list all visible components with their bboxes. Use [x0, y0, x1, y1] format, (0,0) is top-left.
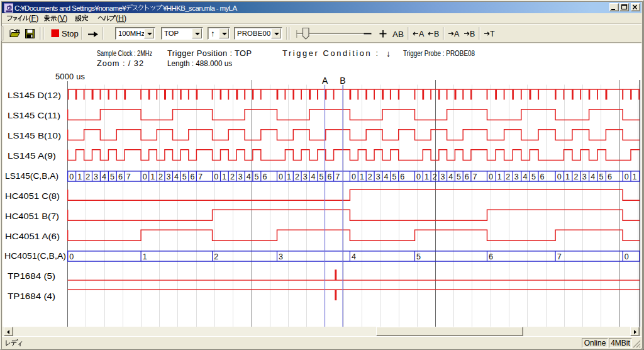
svg-text:3: 3: [238, 172, 243, 181]
svg-text:(H): (H): [116, 14, 126, 23]
svg-text:6: 6: [540, 172, 545, 181]
svg-text:HC4051 A(6): HC4051 A(6): [5, 232, 60, 241]
svg-text:Stop: Stop: [62, 29, 79, 38]
svg-text:2: 2: [214, 252, 218, 261]
svg-text:0: 0: [625, 252, 629, 261]
svg-text:1: 1: [287, 172, 291, 181]
svg-text:3: 3: [440, 172, 445, 181]
svg-text:6: 6: [262, 172, 267, 181]
svg-text:1: 1: [360, 172, 364, 181]
svg-text:1: 1: [497, 172, 502, 181]
svg-text:4: 4: [247, 172, 251, 181]
svg-text:0: 0: [557, 172, 562, 181]
svg-text:HC4051 C(8): HC4051 C(8): [5, 191, 60, 201]
svg-text:3: 3: [279, 252, 283, 261]
svg-text:0: 0: [69, 252, 74, 261]
svg-text:TP1684 (5): TP1684 (5): [8, 271, 55, 281]
svg-text:5: 5: [182, 172, 187, 181]
svg-text:1: 1: [77, 172, 82, 181]
svg-text:7: 7: [126, 172, 131, 181]
svg-text:4: 4: [384, 172, 389, 181]
svg-text:0: 0: [214, 172, 218, 181]
svg-text:5: 5: [319, 172, 324, 181]
svg-text:3: 3: [94, 172, 98, 181]
svg-text:2: 2: [86, 172, 90, 181]
svg-text:A: A: [454, 30, 460, 38]
svg-text:HC4051(C,B,A): HC4051(C,B,A): [4, 251, 66, 261]
svg-text:6: 6: [465, 172, 469, 181]
svg-text:7: 7: [335, 172, 340, 181]
svg-text:Length : 488.000 us: Length : 488.000 us: [167, 59, 232, 68]
svg-text:LS145 C(11): LS145 C(11): [8, 111, 60, 120]
svg-text:6: 6: [489, 252, 493, 261]
svg-text:3: 3: [376, 172, 380, 181]
svg-text:1: 1: [150, 172, 155, 181]
svg-text:1: 1: [425, 172, 429, 181]
svg-text:Trigger Position : TOP: Trigger Position : TOP: [167, 48, 252, 58]
svg-text:0: 0: [416, 172, 421, 181]
svg-text:2: 2: [506, 172, 510, 181]
svg-text:6: 6: [118, 172, 123, 181]
svg-text:2: 2: [368, 172, 372, 181]
svg-text:2: 2: [433, 172, 437, 181]
svg-text:Zoom : / 32: Zoom : / 32: [97, 59, 143, 68]
svg-text:5: 5: [255, 172, 259, 181]
svg-text:7: 7: [198, 172, 203, 181]
svg-text:LS145 B(10): LS145 B(10): [8, 131, 61, 140]
svg-text:2: 2: [295, 172, 299, 181]
svg-text:4: 4: [591, 172, 595, 181]
svg-text:2: 2: [230, 172, 235, 181]
svg-text:4: 4: [311, 172, 316, 181]
svg-text:5: 5: [110, 172, 114, 181]
svg-text:B: B: [434, 30, 439, 38]
svg-text:3: 3: [582, 172, 587, 181]
svg-text:1: 1: [565, 172, 570, 181]
svg-text:2: 2: [158, 172, 163, 181]
svg-text:0: 0: [625, 172, 629, 181]
svg-text:6: 6: [608, 172, 612, 181]
svg-text:1: 1: [633, 172, 637, 181]
svg-text:Trigger Condition :: Trigger Condition :: [282, 48, 378, 58]
svg-text:1: 1: [222, 172, 226, 181]
svg-text:5: 5: [416, 252, 421, 261]
svg-text:HC4051 B(7): HC4051 B(7): [5, 212, 59, 221]
svg-text:5: 5: [599, 172, 604, 181]
svg-text:B: B: [470, 30, 475, 38]
svg-text:0: 0: [143, 172, 147, 181]
svg-text:(V): (V): [57, 14, 67, 23]
svg-text:B: B: [340, 76, 345, 86]
svg-text:7: 7: [473, 172, 477, 181]
svg-text:Sample Clock : 2MHz: Sample Clock : 2MHz: [97, 48, 152, 58]
svg-text:6: 6: [327, 172, 331, 181]
svg-text:5: 5: [457, 172, 461, 181]
svg-text:4: 4: [174, 172, 179, 181]
svg-text:6: 6: [400, 172, 404, 181]
svg-text:3: 3: [167, 172, 171, 181]
svg-text:LS145(C,B,A): LS145(C,B,A): [5, 171, 58, 181]
svg-text:0: 0: [279, 172, 283, 181]
svg-text:1: 1: [143, 252, 147, 261]
svg-text:4: 4: [352, 252, 356, 261]
svg-text:0: 0: [69, 172, 74, 181]
svg-text:5: 5: [531, 172, 536, 181]
svg-text:TP1684 (4): TP1684 (4): [8, 291, 55, 301]
svg-text:A: A: [419, 30, 425, 38]
svg-text:3: 3: [303, 172, 308, 181]
svg-text:4: 4: [102, 172, 106, 181]
svg-text:2: 2: [574, 172, 579, 181]
svg-text:↓: ↓: [386, 48, 391, 59]
svg-text:6: 6: [190, 172, 194, 181]
svg-text:A: A: [322, 76, 328, 86]
svg-text:LS145 D(12): LS145 D(12): [8, 91, 61, 100]
svg-text:0: 0: [352, 172, 356, 181]
svg-text:Trigger Probe : PROBE08: Trigger Probe : PROBE08: [403, 48, 475, 58]
svg-text:4: 4: [523, 172, 527, 181]
svg-text:T: T: [490, 30, 495, 38]
svg-text:7: 7: [557, 252, 562, 261]
svg-text:(F): (F): [29, 14, 39, 23]
svg-text:5000 us: 5000 us: [55, 72, 85, 81]
svg-text:0: 0: [489, 172, 493, 181]
svg-text:4: 4: [448, 172, 453, 181]
svg-text:AB: AB: [392, 30, 404, 39]
svg-text:LS145 A(9): LS145 A(9): [8, 151, 56, 161]
